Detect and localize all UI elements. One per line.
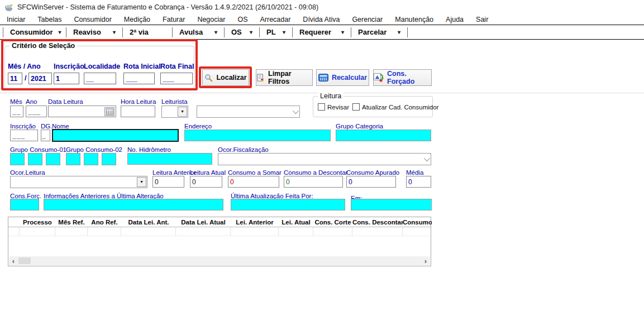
toolbar-pl-button[interactable]: PL: [260, 25, 292, 39]
grupo-consumo-01-label: Grupo Consumo-01: [10, 146, 66, 153]
menu-negociar[interactable]: Negociar: [191, 16, 231, 23]
title-bar: SFCWinServer - Sistema de Faturamento e …: [0, 0, 644, 15]
menu-iniciar[interactable]: Iniciar: [1, 16, 31, 23]
leiturista-code-combobox[interactable]: [161, 106, 188, 118]
cons-forc-field[interactable]: [10, 199, 39, 210]
menu-manutencao[interactable]: Manutenção: [389, 16, 440, 23]
mes-label: Mês: [10, 98, 22, 105]
endereco-field[interactable]: [184, 130, 331, 141]
info-anteriores-field[interactable]: [44, 199, 223, 210]
limpar-filtros-button[interactable]: Limpar Filtros: [256, 69, 313, 86]
grid-empty-row: [8, 227, 431, 236]
mes-input[interactable]: [10, 106, 23, 117]
grupo-consumo-02-label: Grupo Consumo-02: [66, 146, 122, 153]
menu-arrecadar[interactable]: Arrecadar: [254, 16, 297, 23]
dg-label: DG.: [41, 123, 52, 130]
dropdown-button-icon[interactable]: [137, 177, 146, 187]
menu-ajuda[interactable]: Ajuda: [440, 16, 470, 23]
magnifier-icon: [204, 74, 213, 82]
ocor-fiscalizacao-label: Ocor.Fiscalização: [218, 146, 269, 153]
consumo-descontar-input[interactable]: [284, 176, 343, 188]
criteria-localidade-input[interactable]: [84, 73, 116, 84]
scroll-right-icon[interactable]: [421, 256, 430, 265]
nome-field[interactable]: [52, 129, 179, 142]
dropdown-button-icon[interactable]: [178, 107, 187, 117]
checkbox-icon: [352, 103, 360, 111]
em-field[interactable]: [351, 199, 432, 210]
localizar-button[interactable]: Localizar: [202, 69, 249, 86]
calendar-button[interactable]: [104, 107, 115, 116]
grid-header-lei-anterior: Lei. Anterior: [231, 219, 279, 226]
toolbar-requerer-button[interactable]: Requerer: [293, 25, 351, 39]
ocor-fiscalizacao-combobox[interactable]: [218, 153, 431, 165]
media-input[interactable]: [406, 176, 431, 188]
hidrometro-label: No. Hidrômetro: [127, 146, 171, 153]
grupo-consumo-02-field-2[interactable]: [84, 153, 98, 165]
grupo-consumo-01-field-3[interactable]: [46, 153, 60, 165]
leiturista-name-combobox[interactable]: [197, 106, 300, 118]
leitura-atual-input[interactable]: [190, 176, 222, 188]
toolbar-consumidor-button[interactable]: Consumidor: [3, 25, 66, 39]
data-leitura-input[interactable]: [48, 106, 116, 117]
horizontal-scrollbar[interactable]: [9, 256, 430, 265]
hora-leitura-input[interactable]: [121, 106, 155, 117]
menu-medicao[interactable]: Medição: [118, 16, 156, 23]
forced-consumption-icon: [374, 73, 384, 82]
dropdown-arrow-icon: [341, 29, 344, 35]
menu-consumidor[interactable]: Consumidor: [68, 16, 117, 23]
leitura-atual-label: Leitura Atual: [190, 169, 226, 176]
criteria-inscricao-input[interactable]: [54, 73, 79, 84]
calculator-icon: [318, 74, 328, 82]
revisar-checkbox[interactable]: Revisar: [318, 103, 349, 111]
toolbar-os-button[interactable]: OS: [225, 25, 259, 39]
grupo-categoria-field[interactable]: [336, 130, 431, 141]
toolbar-divider: [407, 27, 408, 37]
recalcular-button[interactable]: Recalcular: [316, 69, 369, 86]
criteria-rota-final-input[interactable]: [160, 73, 193, 84]
leitura-group-label: Leitura: [318, 92, 344, 100]
mes-ano-slash: /: [25, 74, 26, 82]
grid-header-cons-descontar: Cons. Descontar: [352, 219, 403, 226]
mes-ano-label: Mês / Ano: [8, 63, 41, 70]
grid-header-data-lei-atual: Data Lei. Atual: [176, 219, 231, 226]
menu-sair[interactable]: Sair: [470, 16, 494, 23]
menu-tabelas[interactable]: Tabelas: [31, 16, 68, 23]
grupo-consumo-02-field-3[interactable]: [102, 153, 116, 165]
criteria-ano-input[interactable]: [28, 73, 52, 84]
inscricao2-input[interactable]: [10, 130, 38, 141]
toolbar-reaviso-button[interactable]: Reaviso: [66, 25, 122, 39]
dg-input[interactable]: [41, 130, 50, 141]
consumo-somar-input[interactable]: [228, 176, 279, 188]
hidrometro-field[interactable]: [127, 153, 212, 165]
ano-input[interactable]: [26, 106, 47, 117]
atualizar-cad-consumidor-checkbox[interactable]: Atualizar Cad. Consumidor: [352, 103, 438, 111]
ocor-leitura-combobox[interactable]: [10, 176, 147, 188]
menu-gerenciar[interactable]: Gerenciar: [346, 16, 389, 23]
grid-header-row: Processo Mês Ref. Ano Ref. Data Lei. Ant…: [8, 217, 431, 227]
criteria-mes-input[interactable]: [8, 73, 22, 84]
grupo-consumo-02-field-1[interactable]: [66, 153, 80, 165]
grupo-consumo-01-field-2[interactable]: [28, 153, 42, 165]
menu-faturar[interactable]: Faturar: [156, 16, 191, 23]
leitura-groupbox: Leitura Revisar Atualizar Cad. Consumido…: [313, 96, 433, 117]
grid-header-data-lei-ant: Data Lei. Ant.: [121, 219, 176, 226]
menu-divida-ativa[interactable]: Dívida Ativa: [297, 16, 346, 23]
grupo-consumo-01-field-1[interactable]: [10, 153, 25, 165]
leiturista-label: Leiturista: [161, 98, 188, 105]
toolbar-parcelar-button[interactable]: Parcelar: [351, 25, 407, 39]
menu-os[interactable]: OS: [231, 16, 254, 23]
dropdown-arrow-icon: [59, 29, 61, 35]
consumo-apurado-input[interactable]: [346, 176, 396, 188]
toolbar-segunda-via-button[interactable]: 2ª via: [123, 25, 172, 39]
scrollbar-thumb[interactable]: [18, 257, 31, 264]
dropdown-arrow-icon: [113, 29, 116, 35]
rota-inicial-label: Rota Inicial: [123, 63, 161, 70]
dropdown-arrow-icon: [214, 29, 217, 35]
toolbar-avulsa-button[interactable]: Avulsa: [173, 25, 224, 39]
leitura-anterior-input[interactable]: [152, 176, 184, 188]
endereco-label: Endereço: [184, 123, 212, 130]
scroll-left-icon[interactable]: [9, 256, 18, 265]
criteria-rota-inicial-input[interactable]: [123, 73, 155, 84]
cons-forcado-button[interactable]: Cons. Forçado: [373, 69, 432, 86]
ultima-atualizacao-field[interactable]: [231, 199, 345, 210]
